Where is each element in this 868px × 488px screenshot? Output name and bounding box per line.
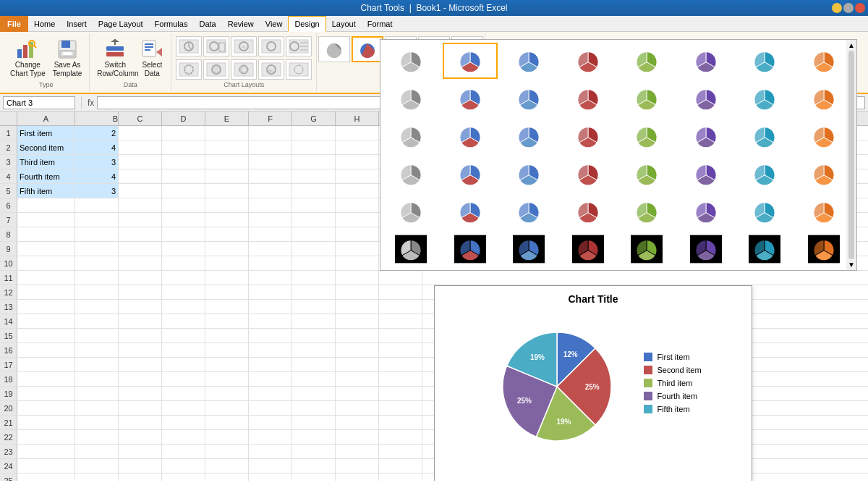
cell-c3[interactable] — [119, 155, 162, 169]
cell-c6[interactable] — [119, 198, 162, 212]
style-cell-5-1[interactable] — [443, 231, 498, 267]
menu-review[interactable]: Review — [222, 16, 260, 32]
cell-h19[interactable] — [336, 387, 379, 400]
cell-b1[interactable]: 2 — [75, 126, 119, 140]
layout-btn-6[interactable] — [176, 59, 202, 80]
menu-page-layout[interactable]: Page Layout — [93, 16, 149, 32]
cell-e1[interactable] — [205, 126, 249, 140]
cell-e7[interactable] — [205, 213, 249, 227]
menu-data[interactable]: Data — [193, 16, 221, 32]
cell-f20[interactable] — [249, 401, 292, 415]
cell-i14[interactable] — [379, 314, 422, 328]
col-header-a[interactable]: A — [17, 112, 75, 125]
cell-h16[interactable] — [336, 343, 379, 357]
cell-h11[interactable] — [336, 271, 379, 285]
cell-g3[interactable] — [292, 155, 336, 169]
cell-f17[interactable] — [249, 358, 292, 371]
cell-b2[interactable]: 4 — [75, 140, 119, 154]
style-cell-3-2[interactable] — [501, 156, 556, 192]
cell-e23[interactable] — [205, 445, 249, 458]
cell-b24[interactable] — [75, 459, 119, 473]
cell-d9[interactable] — [162, 242, 205, 256]
cell-f2[interactable] — [249, 140, 292, 154]
cell-b12[interactable] — [75, 285, 119, 299]
cell-e20[interactable] — [205, 401, 249, 415]
style-cell-4-0[interactable] — [383, 193, 438, 230]
select-data-btn[interactable]: SelectData — [137, 36, 166, 80]
cell-b7[interactable] — [75, 213, 119, 227]
cell-a19[interactable] — [17, 387, 75, 400]
cell-e10[interactable] — [205, 256, 249, 270]
change-chart-type-btn[interactable]: ChangeChart Type — [7, 36, 48, 80]
style-cell-3-4[interactable] — [619, 156, 674, 192]
cell-g1[interactable] — [292, 126, 336, 140]
style-cell-5-5[interactable] — [678, 231, 733, 267]
cell-g4[interactable] — [292, 169, 336, 183]
cell-a20[interactable] — [17, 401, 75, 415]
cell-h4[interactable] — [336, 169, 379, 183]
cell-g23[interactable] — [292, 445, 336, 458]
cell-e8[interactable] — [205, 227, 249, 241]
cell-g9[interactable] — [292, 242, 336, 256]
cell-a12[interactable] — [17, 285, 75, 299]
style-cell-4-4[interactable] — [619, 193, 674, 230]
cell-h13[interactable] — [336, 300, 379, 314]
minimize-btn[interactable] — [832, 3, 842, 13]
style-cell-4-1[interactable] — [443, 193, 498, 230]
cell-f5[interactable] — [249, 184, 292, 198]
cell-c11[interactable] — [119, 271, 162, 285]
cell-b16[interactable] — [75, 343, 119, 357]
cell-a15[interactable] — [17, 329, 75, 342]
cell-a2[interactable]: Second item — [17, 140, 75, 154]
menu-home[interactable]: Home — [28, 16, 61, 32]
cell-c23[interactable] — [119, 445, 162, 458]
cell-i15[interactable] — [379, 329, 422, 342]
cell-c5[interactable] — [119, 184, 162, 198]
close-btn[interactable] — [855, 3, 865, 13]
switch-row-column-btn[interactable]: SwitchRow/Column — [94, 36, 136, 80]
cell-c21[interactable] — [119, 416, 162, 429]
col-header-c[interactable]: C — [119, 112, 162, 125]
style-cell-1-2[interactable] — [501, 80, 556, 117]
cell-h12[interactable] — [336, 285, 379, 299]
cell-f15[interactable] — [249, 329, 292, 342]
cell-d19[interactable] — [162, 387, 205, 400]
cell-h22[interactable] — [336, 430, 379, 444]
cell-b4[interactable]: 4 — [75, 169, 119, 183]
cell-c9[interactable] — [119, 242, 162, 256]
cell-f21[interactable] — [249, 416, 292, 429]
style-cell-1-4[interactable] — [619, 80, 674, 117]
cell-a18[interactable] — [17, 372, 75, 386]
cell-a23[interactable] — [17, 445, 75, 458]
cell-e11[interactable] — [205, 271, 249, 285]
layout-btn-7[interactable] — [203, 59, 229, 80]
layout-btn-9[interactable]: ABC — [258, 59, 284, 80]
cell-b9[interactable] — [75, 242, 119, 256]
cell-c17[interactable] — [119, 358, 162, 371]
cell-g2[interactable] — [292, 140, 336, 154]
cell-e13[interactable] — [205, 300, 249, 314]
style-cell-3-6[interactable] — [737, 156, 792, 192]
cell-h1[interactable] — [336, 126, 379, 140]
cell-f24[interactable] — [249, 459, 292, 473]
cell-g14[interactable] — [292, 314, 336, 328]
cell-b20[interactable] — [75, 401, 119, 415]
scroll-up-btn[interactable]: ▲ — [848, 41, 855, 49]
cell-b5[interactable]: 3 — [75, 184, 119, 198]
cell-g12[interactable] — [292, 285, 336, 299]
cell-d4[interactable] — [162, 169, 205, 183]
cell-d3[interactable] — [162, 155, 205, 169]
cell-e15[interactable] — [205, 329, 249, 342]
style-cell-0-0[interactable] — [383, 43, 438, 79]
style-cell-2-1[interactable] — [443, 118, 498, 154]
cell-a16[interactable] — [17, 343, 75, 357]
cell-e22[interactable] — [205, 430, 249, 444]
cell-g7[interactable] — [292, 213, 336, 227]
cell-h7[interactable] — [336, 213, 379, 227]
style-cell-5-2[interactable] — [501, 231, 556, 267]
cell-c25[interactable] — [119, 474, 162, 481]
cell-d1[interactable] — [162, 126, 205, 140]
cell-e9[interactable] — [205, 242, 249, 256]
cell-e19[interactable] — [205, 387, 249, 400]
cell-i20[interactable] — [379, 401, 422, 415]
